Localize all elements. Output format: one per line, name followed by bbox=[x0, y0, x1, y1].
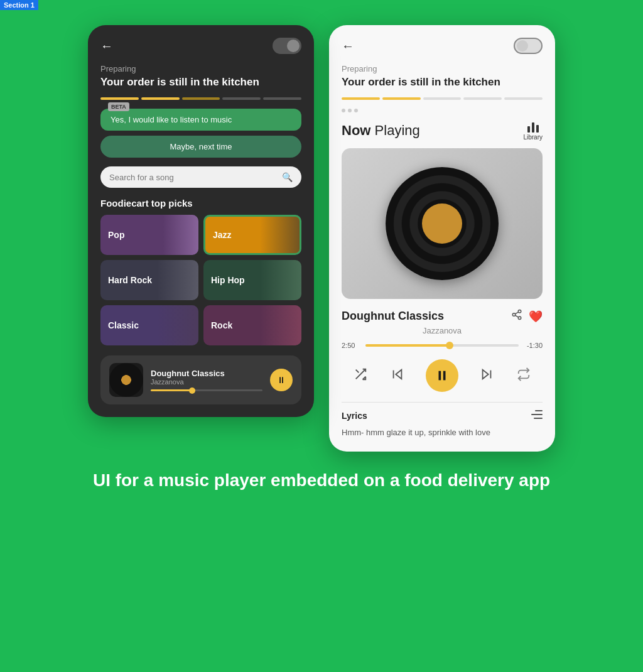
lyrics-text: Hmm- hmm glaze it up, sprinkle with love bbox=[342, 426, 543, 439]
library-label: Library bbox=[523, 134, 543, 141]
svg-line-3 bbox=[515, 315, 518, 317]
svg-line-4 bbox=[515, 312, 518, 314]
dot-1 bbox=[342, 109, 345, 112]
svg-point-2 bbox=[518, 317, 521, 320]
svg-point-1 bbox=[512, 313, 516, 317]
repeat-button[interactable] bbox=[514, 365, 533, 387]
search-input[interactable] bbox=[109, 173, 282, 182]
phone-right: ← Preparing Your order is still in the k… bbox=[329, 25, 555, 452]
song-title: Doughnut Classics bbox=[342, 310, 444, 323]
mini-album-art bbox=[109, 363, 143, 397]
playing-label: Playing bbox=[375, 122, 420, 138]
mini-player-info: Doughnut Classics Jazzanova bbox=[151, 369, 262, 391]
right-order-status: Your order is still in the kitchen bbox=[342, 76, 543, 89]
search-icon: 🔍 bbox=[282, 172, 293, 182]
song-progress-row: 2:50 -1:30 bbox=[342, 342, 543, 349]
progress-seg-4 bbox=[222, 97, 261, 100]
section-label: Section 1 bbox=[0, 0, 38, 10]
genre-rock-label: Rock bbox=[211, 320, 232, 330]
song-info-row: Doughnut Classics ❤️ bbox=[342, 309, 543, 323]
lyrics-section: Lyrics Hmm- hmm glaze it up, sprinkle wi… bbox=[342, 402, 543, 439]
chat-message: Yes, I would like to listen to music bbox=[111, 115, 232, 124]
chat-bubble: BETA Yes, I would like to listen to musi… bbox=[100, 109, 301, 131]
svg-rect-9 bbox=[443, 371, 446, 381]
dot-3 bbox=[354, 109, 358, 112]
left-theme-toggle[interactable] bbox=[273, 38, 301, 54]
genre-pop-label: Pop bbox=[108, 230, 124, 240]
right-progress-seg-4 bbox=[463, 97, 502, 100]
dot-2 bbox=[348, 109, 352, 112]
search-bar: 🔍 bbox=[100, 166, 301, 188]
library-bars-icon bbox=[527, 120, 539, 133]
svg-rect-13 bbox=[531, 414, 543, 415]
left-progress-bar bbox=[100, 97, 301, 100]
progress-seg-5 bbox=[263, 97, 301, 100]
svg-rect-14 bbox=[534, 418, 543, 419]
left-status-section: Preparing Your order is still in the kit… bbox=[100, 64, 301, 89]
lyrics-menu-icon[interactable] bbox=[531, 410, 543, 421]
beta-badge: BETA bbox=[108, 102, 129, 111]
right-preparing-label: Preparing bbox=[342, 64, 543, 73]
left-preparing-label: Preparing bbox=[100, 64, 301, 73]
lyrics-header: Lyrics bbox=[342, 410, 543, 421]
genre-hardrock-card[interactable]: Hard Rock bbox=[100, 260, 198, 300]
genre-classic-card[interactable]: Classic bbox=[100, 305, 198, 345]
library-button[interactable]: Library bbox=[523, 120, 543, 141]
genre-classic-label: Classic bbox=[108, 320, 139, 330]
svg-marker-6 bbox=[396, 369, 402, 379]
vinyl-large bbox=[386, 167, 499, 280]
left-back-button[interactable]: ← bbox=[100, 39, 113, 53]
progress-seg-1 bbox=[100, 97, 139, 100]
phones-container: ← Preparing Your order is still in the k… bbox=[19, 19, 624, 452]
genre-rock-card[interactable]: Rock bbox=[203, 305, 301, 345]
phone-left: ← Preparing Your order is still in the k… bbox=[88, 25, 314, 417]
right-back-button[interactable]: ← bbox=[342, 39, 354, 53]
right-progress-seg-5 bbox=[504, 97, 543, 100]
mini-pause-button[interactable]: ⏸ bbox=[270, 369, 293, 391]
pause-button[interactable] bbox=[426, 359, 458, 392]
genre-hiphop-label: Hip Hop bbox=[211, 275, 245, 285]
right-progress-seg-3 bbox=[423, 97, 462, 100]
vinyl-mini bbox=[109, 363, 143, 397]
time-remaining: -1:30 bbox=[524, 342, 543, 349]
dots-row bbox=[342, 109, 543, 112]
genre-hiphop-card[interactable]: Hip Hop bbox=[203, 260, 301, 300]
right-progress-seg-2 bbox=[382, 97, 421, 100]
top-picks-label: Foodiecart top picks bbox=[100, 198, 301, 209]
genre-pop-card[interactable]: Pop bbox=[100, 215, 198, 255]
page-caption: UI for a music player embedded on a food… bbox=[19, 469, 624, 492]
album-art-large bbox=[342, 148, 543, 299]
lyrics-label: Lyrics bbox=[342, 411, 367, 421]
share-icon[interactable] bbox=[511, 309, 522, 323]
next-button[interactable] bbox=[477, 365, 496, 387]
right-phone-header: ← bbox=[342, 38, 543, 54]
progress-seg-2 bbox=[141, 97, 180, 100]
right-theme-toggle[interactable] bbox=[514, 38, 543, 54]
playback-controls bbox=[342, 359, 543, 392]
mini-player: Doughnut Classics Jazzanova ⏸ bbox=[100, 355, 301, 404]
svg-point-0 bbox=[518, 310, 521, 313]
right-status-section: Preparing Your order is still in the kit… bbox=[342, 64, 543, 89]
mini-song-title: Doughnut Classics bbox=[151, 369, 262, 378]
vinyl-label bbox=[422, 203, 462, 244]
song-artist: Jazzanova bbox=[342, 326, 543, 335]
genre-jazz-card[interactable]: Jazz bbox=[203, 215, 301, 255]
song-progress-fill bbox=[365, 344, 450, 347]
svg-rect-12 bbox=[535, 410, 543, 411]
left-order-status: Your order is still in the kitchen bbox=[100, 76, 301, 89]
song-actions: ❤️ bbox=[511, 309, 543, 323]
right-progress-bar bbox=[342, 97, 543, 100]
song-progress-track[interactable] bbox=[365, 344, 519, 347]
svg-marker-10 bbox=[482, 369, 488, 379]
main-background: Section 1 ← Preparing Your order is stil… bbox=[0, 0, 643, 672]
left-phone-header: ← bbox=[100, 38, 301, 54]
prev-button[interactable] bbox=[388, 365, 407, 387]
genre-hardrock-label: Hard Rock bbox=[108, 275, 152, 285]
maybe-next-time-button[interactable]: Maybe, next time bbox=[100, 136, 301, 158]
heart-icon[interactable]: ❤️ bbox=[529, 310, 543, 323]
mini-artist-name: Jazzanova bbox=[151, 378, 262, 386]
lib-bar-2 bbox=[532, 122, 534, 133]
now-label: Now bbox=[342, 122, 370, 138]
shuffle-button[interactable] bbox=[351, 365, 370, 387]
svg-rect-8 bbox=[438, 371, 441, 381]
